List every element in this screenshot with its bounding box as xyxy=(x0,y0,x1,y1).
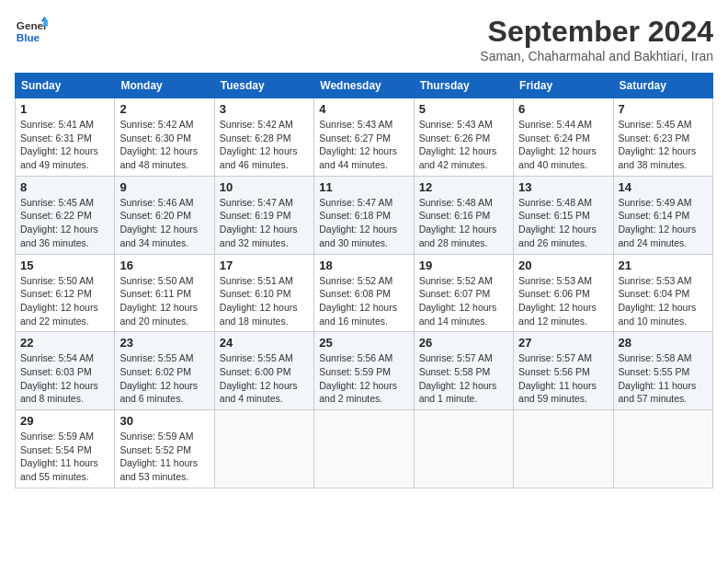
calendar-cell: 9Sunrise: 5:46 AM Sunset: 6:20 PM Daylig… xyxy=(115,176,214,254)
day-info: Sunrise: 5:53 AM Sunset: 6:04 PM Dayligh… xyxy=(619,274,708,328)
day-number: 20 xyxy=(518,259,608,272)
calendar-cell: 28Sunrise: 5:58 AM Sunset: 5:55 PM Dayli… xyxy=(613,332,712,410)
weekday-header-thursday: Thursday xyxy=(414,74,513,98)
day-number: 3 xyxy=(220,102,309,116)
calendar-cell: 23Sunrise: 5:55 AM Sunset: 6:02 PM Dayli… xyxy=(115,332,214,410)
calendar-cell xyxy=(414,410,513,488)
calendar-cell: 16Sunrise: 5:50 AM Sunset: 6:11 PM Dayli… xyxy=(115,254,214,332)
day-number: 2 xyxy=(119,102,209,116)
day-info: Sunrise: 5:49 AM Sunset: 6:14 PM Dayligh… xyxy=(619,196,708,250)
svg-text:Blue: Blue xyxy=(17,31,40,43)
day-number: 29 xyxy=(20,414,109,428)
day-info: Sunrise: 5:53 AM Sunset: 6:06 PM Dayligh… xyxy=(518,274,608,328)
logo: General Blue xyxy=(15,15,48,48)
calendar-cell: 11Sunrise: 5:47 AM Sunset: 6:18 PM Dayli… xyxy=(314,176,414,254)
day-info: Sunrise: 5:41 AM Sunset: 6:31 PM Dayligh… xyxy=(20,118,109,172)
day-number: 22 xyxy=(20,336,109,350)
weekday-header-friday: Friday xyxy=(514,74,613,98)
calendar-week-4: 22Sunrise: 5:54 AM Sunset: 6:03 PM Dayli… xyxy=(16,332,713,410)
day-number: 15 xyxy=(20,259,109,272)
day-number: 5 xyxy=(419,102,508,116)
title-area: September 2024 Saman, Chaharmahal and Ba… xyxy=(480,15,713,63)
calendar-cell: 5Sunrise: 5:43 AM Sunset: 6:26 PM Daylig… xyxy=(414,98,513,177)
weekday-header-monday: Monday xyxy=(115,74,214,98)
day-info: Sunrise: 5:52 AM Sunset: 6:08 PM Dayligh… xyxy=(319,274,408,328)
calendar-cell: 21Sunrise: 5:53 AM Sunset: 6:04 PM Dayli… xyxy=(613,254,712,332)
calendar-cell: 8Sunrise: 5:45 AM Sunset: 6:22 PM Daylig… xyxy=(16,176,115,254)
calendar-cell: 6Sunrise: 5:44 AM Sunset: 6:24 PM Daylig… xyxy=(514,98,613,177)
day-info: Sunrise: 5:52 AM Sunset: 6:07 PM Dayligh… xyxy=(419,274,508,328)
day-info: Sunrise: 5:44 AM Sunset: 6:24 PM Dayligh… xyxy=(518,118,608,172)
day-number: 6 xyxy=(518,102,608,116)
day-info: Sunrise: 5:55 AM Sunset: 6:00 PM Dayligh… xyxy=(220,351,309,406)
day-number: 9 xyxy=(119,180,209,194)
calendar-cell: 2Sunrise: 5:42 AM Sunset: 6:30 PM Daylig… xyxy=(115,98,214,177)
calendar-cell xyxy=(214,410,313,488)
calendar-cell: 26Sunrise: 5:57 AM Sunset: 5:58 PM Dayli… xyxy=(414,332,513,410)
calendar-cell: 22Sunrise: 5:54 AM Sunset: 6:03 PM Dayli… xyxy=(16,332,115,410)
calendar-cell: 24Sunrise: 5:55 AM Sunset: 6:00 PM Dayli… xyxy=(214,332,313,410)
day-number: 28 xyxy=(619,336,708,350)
day-number: 27 xyxy=(518,336,608,350)
weekday-header-row: SundayMondayTuesdayWednesdayThursdayFrid… xyxy=(16,74,713,98)
calendar-cell: 17Sunrise: 5:51 AM Sunset: 6:10 PM Dayli… xyxy=(214,254,313,332)
day-number: 7 xyxy=(619,102,708,116)
day-info: Sunrise: 5:47 AM Sunset: 6:19 PM Dayligh… xyxy=(220,196,309,250)
weekday-header-tuesday: Tuesday xyxy=(214,74,313,98)
calendar-week-3: 15Sunrise: 5:50 AM Sunset: 6:12 PM Dayli… xyxy=(16,254,713,332)
day-number: 11 xyxy=(319,180,408,194)
calendar-cell: 14Sunrise: 5:49 AM Sunset: 6:14 PM Dayli… xyxy=(613,176,712,254)
weekday-header-saturday: Saturday xyxy=(613,74,712,98)
day-info: Sunrise: 5:50 AM Sunset: 6:12 PM Dayligh… xyxy=(20,274,109,328)
calendar-cell: 7Sunrise: 5:45 AM Sunset: 6:23 PM Daylig… xyxy=(613,98,712,177)
day-number: 12 xyxy=(419,180,508,194)
calendar-cell: 10Sunrise: 5:47 AM Sunset: 6:19 PM Dayli… xyxy=(214,176,313,254)
day-info: Sunrise: 5:42 AM Sunset: 6:28 PM Dayligh… xyxy=(220,118,309,172)
calendar-cell: 12Sunrise: 5:48 AM Sunset: 6:16 PM Dayli… xyxy=(414,176,513,254)
calendar-cell xyxy=(314,410,414,488)
calendar-cell xyxy=(613,410,712,488)
logo-icon: General Blue xyxy=(15,15,48,48)
day-info: Sunrise: 5:45 AM Sunset: 6:22 PM Dayligh… xyxy=(20,196,109,250)
day-info: Sunrise: 5:55 AM Sunset: 6:02 PM Dayligh… xyxy=(119,351,209,406)
calendar-cell xyxy=(514,410,613,488)
day-info: Sunrise: 5:57 AM Sunset: 5:58 PM Dayligh… xyxy=(419,351,508,406)
day-number: 21 xyxy=(619,259,708,272)
calendar-cell: 13Sunrise: 5:48 AM Sunset: 6:15 PM Dayli… xyxy=(514,176,613,254)
header: General Blue September 2024 Saman, Chaha… xyxy=(15,15,713,63)
day-number: 19 xyxy=(419,259,508,272)
day-number: 14 xyxy=(619,180,708,194)
weekday-header-wednesday: Wednesday xyxy=(314,74,414,98)
calendar-cell: 27Sunrise: 5:57 AM Sunset: 5:56 PM Dayli… xyxy=(514,332,613,410)
day-info: Sunrise: 5:46 AM Sunset: 6:20 PM Dayligh… xyxy=(119,196,209,250)
day-info: Sunrise: 5:50 AM Sunset: 6:11 PM Dayligh… xyxy=(119,274,209,328)
day-number: 23 xyxy=(119,336,209,350)
calendar-cell: 30Sunrise: 5:59 AM Sunset: 5:52 PM Dayli… xyxy=(115,410,214,488)
day-info: Sunrise: 5:48 AM Sunset: 6:16 PM Dayligh… xyxy=(419,196,508,250)
day-number: 4 xyxy=(319,102,408,116)
day-number: 16 xyxy=(119,259,209,272)
calendar-cell: 4Sunrise: 5:43 AM Sunset: 6:27 PM Daylig… xyxy=(314,98,414,177)
day-number: 8 xyxy=(20,180,109,194)
day-info: Sunrise: 5:59 AM Sunset: 5:52 PM Dayligh… xyxy=(119,430,209,484)
day-info: Sunrise: 5:43 AM Sunset: 6:26 PM Dayligh… xyxy=(419,118,508,172)
calendar-week-2: 8Sunrise: 5:45 AM Sunset: 6:22 PM Daylig… xyxy=(16,176,713,254)
day-info: Sunrise: 5:47 AM Sunset: 6:18 PM Dayligh… xyxy=(319,196,408,250)
day-info: Sunrise: 5:54 AM Sunset: 6:03 PM Dayligh… xyxy=(20,351,109,406)
calendar-cell: 1Sunrise: 5:41 AM Sunset: 6:31 PM Daylig… xyxy=(16,98,115,177)
day-info: Sunrise: 5:42 AM Sunset: 6:30 PM Dayligh… xyxy=(119,118,209,172)
calendar-cell: 18Sunrise: 5:52 AM Sunset: 6:08 PM Dayli… xyxy=(314,254,414,332)
day-info: Sunrise: 5:45 AM Sunset: 6:23 PM Dayligh… xyxy=(619,118,708,172)
day-number: 26 xyxy=(419,336,508,350)
day-number: 13 xyxy=(518,180,608,194)
calendar-table: SundayMondayTuesdayWednesdayThursdayFrid… xyxy=(15,73,713,488)
calendar-week-1: 1Sunrise: 5:41 AM Sunset: 6:31 PM Daylig… xyxy=(16,98,713,177)
day-info: Sunrise: 5:59 AM Sunset: 5:54 PM Dayligh… xyxy=(20,430,109,484)
day-number: 10 xyxy=(220,180,309,194)
day-info: Sunrise: 5:51 AM Sunset: 6:10 PM Dayligh… xyxy=(220,274,309,328)
day-number: 17 xyxy=(220,259,309,272)
day-info: Sunrise: 5:56 AM Sunset: 5:59 PM Dayligh… xyxy=(319,351,408,406)
calendar-cell: 29Sunrise: 5:59 AM Sunset: 5:54 PM Dayli… xyxy=(16,410,115,488)
day-info: Sunrise: 5:48 AM Sunset: 6:15 PM Dayligh… xyxy=(518,196,608,250)
day-info: Sunrise: 5:43 AM Sunset: 6:27 PM Dayligh… xyxy=(319,118,408,172)
